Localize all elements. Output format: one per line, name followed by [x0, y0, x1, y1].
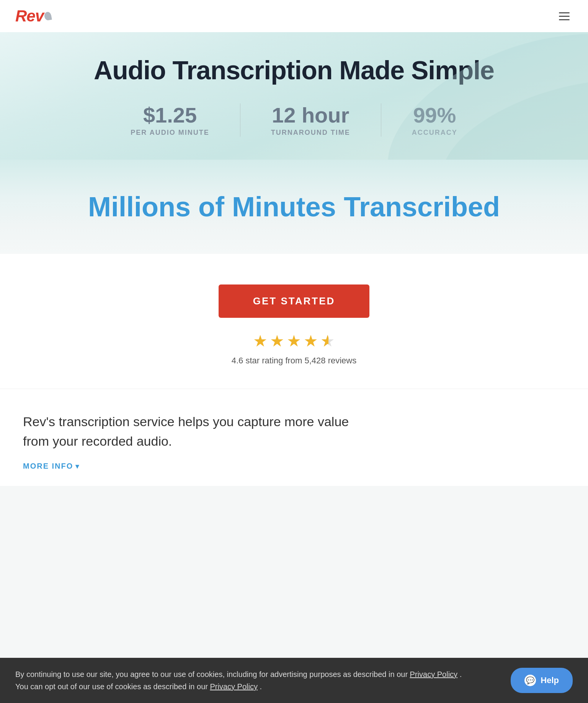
cookie-text: By continuing to use our site, you agree…	[15, 668, 475, 693]
logo-text: Rev	[15, 7, 44, 25]
stat-price: $1.25 PER AUDIO MINUTE	[131, 103, 209, 137]
star-4: ★	[304, 332, 318, 350]
stat-divider-1	[240, 103, 240, 137]
stars-container: ★ ★ ★ ★ ★ 4.6 star rating from 5,428 rev…	[15, 332, 573, 366]
stat-turnaround-label: TURNAROUND TIME	[271, 129, 350, 137]
site-header: Rev	[0, 0, 588, 32]
stat-price-value: $1.25	[131, 103, 209, 127]
stat-price-label: PER AUDIO MINUTE	[131, 129, 209, 137]
help-bubble-icon	[524, 675, 536, 686]
star-2: ★	[270, 332, 284, 350]
logo-swoosh-icon	[44, 11, 52, 21]
hamburger-line-2	[559, 16, 570, 17]
star-3: ★	[287, 332, 301, 350]
millions-section: Millions of Minutes Transcribed	[0, 160, 588, 254]
hero-title: Audio Transcription Made Simple	[15, 55, 573, 85]
cookie-text-part3: .	[260, 682, 262, 691]
rating-text: 4.6 star rating from 5,428 reviews	[15, 356, 573, 366]
more-info-link[interactable]: MORE INFO	[23, 462, 80, 471]
privacy-policy-link-2[interactable]: Privacy Policy	[210, 682, 257, 691]
help-button-label: Help	[541, 675, 559, 685]
star-1: ★	[253, 332, 268, 350]
get-started-button[interactable]: GET STARTED	[219, 284, 370, 318]
hamburger-line-1	[559, 12, 570, 13]
hamburger-line-3	[559, 19, 570, 20]
logo[interactable]: Rev	[15, 7, 51, 25]
svg-point-0	[362, 32, 588, 160]
description-text: Rev's transcription service helps you ca…	[23, 412, 368, 451]
cookie-banner: By continuing to use our site, you agree…	[0, 658, 588, 703]
stat-turnaround-value: 12 hour	[271, 103, 350, 127]
privacy-policy-link-1[interactable]: Privacy Policy	[410, 670, 457, 678]
hero-section: Audio Transcription Made Simple $1.25 PE…	[0, 32, 588, 160]
stats-row: $1.25 PER AUDIO MINUTE 12 hour TURNAROUN…	[15, 103, 573, 137]
wave-decoration	[343, 32, 588, 160]
stat-divider-2	[381, 103, 381, 137]
stat-turnaround: 12 hour TURNAROUND TIME	[271, 103, 350, 137]
stars-row: ★ ★ ★ ★ ★	[15, 332, 573, 350]
cta-section: GET STARTED ★ ★ ★ ★ ★ 4.6 star rating fr…	[0, 254, 588, 389]
cookie-text-part1: By continuing to use our site, you agree…	[15, 670, 408, 678]
bottom-spacer	[0, 486, 588, 524]
star-half-5: ★	[320, 332, 335, 350]
stat-accuracy-value: 99%	[412, 103, 457, 127]
stat-accuracy: 99% ACCURACY	[412, 103, 457, 137]
hamburger-menu-button[interactable]	[556, 9, 573, 23]
stat-accuracy-label: ACCURACY	[412, 129, 457, 137]
description-section: Rev's transcription service helps you ca…	[0, 389, 588, 486]
help-button[interactable]: Help	[511, 668, 573, 693]
millions-title: Millions of Minutes Transcribed	[15, 190, 573, 223]
